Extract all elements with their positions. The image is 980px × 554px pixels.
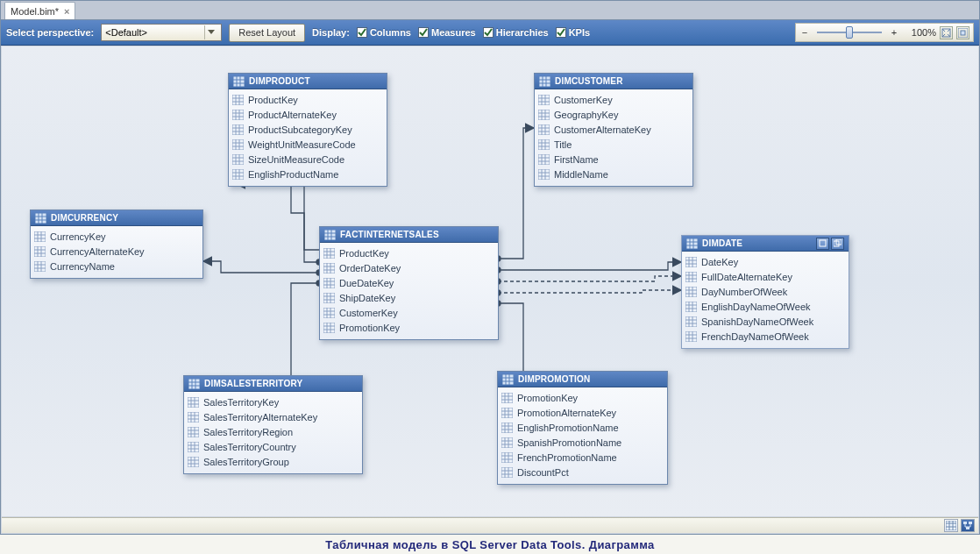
diagram-view-icon[interactable]: [961, 519, 975, 532]
svg-rect-2: [961, 31, 965, 35]
checkbox-checked-icon: [556, 27, 566, 38]
svg-rect-74: [35, 213, 46, 224]
column-item[interactable]: WeightUnitMeasureCode: [232, 137, 383, 152]
perspective-value: <Default>: [105, 27, 147, 38]
table-factinternetsales[interactable]: FactInternetSales ProductKeyOrderDateKey…: [319, 226, 499, 340]
column-name: DateKey: [701, 257, 738, 267]
column-icon: [685, 272, 697, 282]
column-name: EnglishProductName: [248, 169, 338, 180]
column-item[interactable]: SpanishPromotionName: [501, 435, 664, 450]
perspective-dropdown[interactable]: <Default>: [101, 24, 222, 41]
column-item[interactable]: FrenchDayNameOfWeek: [685, 329, 845, 344]
column-item[interactable]: SalesTerritoryCountry: [188, 439, 359, 454]
column-icon: [685, 316, 697, 327]
column-item[interactable]: CurrencyName: [34, 259, 199, 273]
column-item[interactable]: CustomerAlternateKey: [538, 122, 689, 137]
column-icon: [188, 397, 199, 408]
column-item[interactable]: CurrencyKey: [34, 229, 199, 244]
column-item[interactable]: DayNumberOfWeek: [685, 284, 845, 299]
column-item[interactable]: OrderDateKey: [323, 260, 494, 275]
svg-rect-4: [233, 76, 245, 87]
column-item[interactable]: SalesTerritoryGroup: [188, 454, 359, 469]
svg-rect-137: [685, 257, 697, 267]
column-item[interactable]: EnglishProductName: [232, 167, 383, 181]
column-icon: [685, 331, 697, 342]
column-icon: [188, 457, 199, 467]
zoom-in-button[interactable]: +: [889, 27, 899, 38]
column-item[interactable]: MiddleName: [538, 167, 689, 181]
column-icon: [188, 412, 199, 423]
column-item[interactable]: SpanishDayNameOfWeek: [685, 314, 845, 329]
maximize-table-icon[interactable]: [816, 238, 829, 250]
column-name: Title: [554, 139, 572, 150]
column-item[interactable]: FirstName: [538, 152, 689, 167]
column-item[interactable]: SalesTerritoryRegion: [188, 424, 359, 439]
column-item[interactable]: ProductKey: [232, 92, 383, 107]
fullscreen-icon[interactable]: [956, 26, 969, 39]
column-item[interactable]: PromotionKey: [323, 320, 494, 335]
fit-to-screen-icon[interactable]: [940, 26, 953, 39]
column-item[interactable]: FullDateAlternateKey: [685, 269, 845, 284]
column-item[interactable]: PromotionKey: [501, 390, 664, 405]
table-dimpromotion[interactable]: DimPromotion PromotionKeyPromotionAltern…: [497, 371, 668, 485]
column-item[interactable]: DueDateKey: [323, 275, 494, 290]
table-dimcustomer[interactable]: DimCustomer CustomerKeyGeographyKeyCusto…: [534, 73, 693, 187]
column-icon: [538, 95, 550, 105]
column-item[interactable]: PromotionAlternateKey: [501, 405, 664, 420]
column-item[interactable]: ShipDateKey: [323, 290, 494, 305]
table-dimcurrency[interactable]: DimCurrency CurrencyKeyCurrencyAlternate…: [30, 210, 203, 279]
column-name: CustomerAlternateKey: [554, 124, 651, 135]
toggle-hierarchies[interactable]: Hierarchies: [483, 27, 549, 38]
tab-model-bim[interactable]: Model.bim* ×: [4, 2, 75, 19]
column-item[interactable]: GeographyKey: [538, 107, 689, 122]
column-item[interactable]: CurrencyAlternateKey: [34, 244, 199, 259]
column-item[interactable]: FrenchPromotionName: [501, 450, 664, 465]
column-item[interactable]: ProductSubcategoryKey: [232, 122, 383, 137]
svg-rect-114: [323, 293, 335, 303]
svg-rect-172: [188, 397, 199, 408]
column-icon: [232, 169, 244, 180]
column-list: ProductKeyProductAlternateKeyProductSubc…: [229, 89, 387, 186]
zoom-out-button[interactable]: −: [799, 27, 810, 38]
diagram-canvas[interactable]: DimProduct ProductKeyProductAlternateKey…: [2, 46, 978, 516]
column-icon: [501, 467, 513, 478]
column-name: CurrencyName: [50, 261, 115, 272]
column-icon: [538, 124, 550, 135]
column-item[interactable]: ProductKey: [323, 245, 494, 260]
svg-rect-142: [685, 272, 697, 282]
column-list: PromotionKeyPromotionAlternateKeyEnglish…: [498, 387, 667, 484]
column-icon: [232, 139, 244, 150]
column-item[interactable]: EnglishPromotionName: [501, 420, 664, 435]
restore-table-icon[interactable]: [831, 238, 844, 250]
status-bar: [2, 517, 978, 533]
column-item[interactable]: CustomerKey: [323, 305, 494, 320]
column-item[interactable]: DateKey: [685, 254, 845, 269]
column-icon: [685, 287, 697, 297]
column-item[interactable]: CustomerKey: [538, 92, 689, 107]
column-item[interactable]: EnglishDayNameOfWeek: [685, 299, 845, 314]
column-name: CurrencyAlternateKey: [50, 246, 145, 257]
column-item[interactable]: SizeUnitMeasureCode: [232, 152, 383, 167]
reset-layout-button[interactable]: Reset Layout: [229, 24, 305, 42]
close-icon[interactable]: ×: [64, 6, 69, 17]
svg-rect-24: [232, 139, 244, 150]
column-item[interactable]: DiscountPct: [501, 465, 664, 479]
toggle-columns[interactable]: Columns: [357, 27, 411, 38]
svg-rect-9: [232, 95, 244, 105]
column-icon: [685, 257, 697, 267]
column-item[interactable]: Title: [538, 137, 689, 152]
column-item[interactable]: SalesTerritoryKey: [188, 394, 359, 409]
zoom-slider[interactable]: [813, 26, 885, 39]
toggle-kpis[interactable]: KPIs: [556, 27, 590, 38]
column-item[interactable]: SalesTerritoryAlternateKey: [188, 409, 359, 424]
tab-title: Model.bim*: [11, 6, 59, 17]
column-name: SpanishPromotionName: [517, 437, 621, 448]
table-dimsalesterritory[interactable]: DimSalesTerritory SalesTerritoryKeySales…: [183, 375, 363, 474]
grid-view-icon[interactable]: [944, 519, 958, 532]
svg-rect-94: [324, 230, 336, 240]
column-icon: [538, 169, 550, 180]
toggle-measures[interactable]: Measures: [418, 27, 476, 38]
column-item[interactable]: ProductAlternateKey: [232, 107, 383, 122]
table-dimproduct[interactable]: DimProduct ProductKeyProductAlternateKey…: [228, 73, 387, 187]
table-dimdate[interactable]: DimDate DateKeyFullDateAlternateKeyDayNu…: [681, 235, 849, 349]
